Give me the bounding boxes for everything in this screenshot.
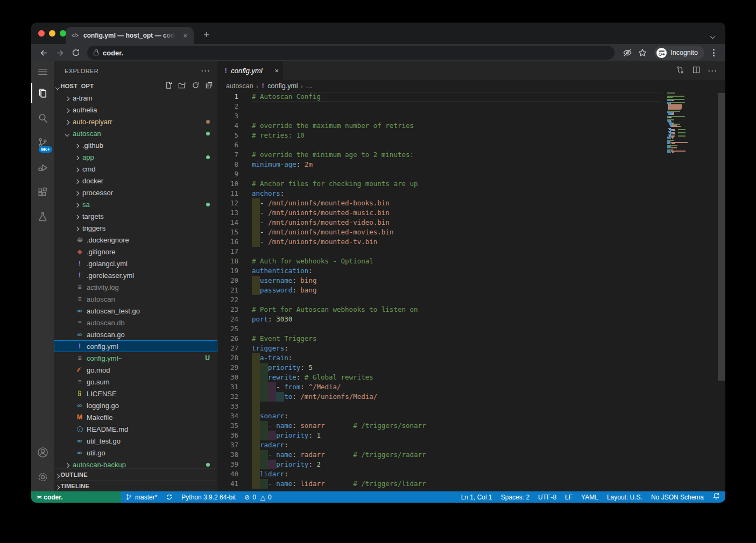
- editor-tab-config-yml[interactable]: ! config.yml ×: [217, 61, 283, 80]
- tree-item-processor[interactable]: processor: [54, 187, 217, 198]
- tree-item-util-go[interactable]: ∞util.go: [54, 447, 217, 459]
- python-interpreter-status[interactable]: Python 3.9.2 64-bit: [177, 494, 240, 501]
- lock-icon[interactable]: [94, 52, 98, 55]
- code-line-5[interactable]: 5# retries: 10: [217, 131, 725, 140]
- tree-item-license[interactable]: LICENSE: [54, 388, 217, 399]
- breadcrumb-folder[interactable]: autoscan: [226, 82, 253, 90]
- source-control-activity-icon[interactable]: 9K+: [31, 130, 54, 155]
- code-line-6[interactable]: 6: [217, 140, 725, 150]
- git-branch-status[interactable]: master*: [121, 494, 161, 501]
- tree-item-makefile[interactable]: MMakefile: [54, 411, 217, 423]
- tree-item--golangci-yml[interactable]: !.golangci.yml: [54, 258, 217, 269]
- notifications-bell-icon[interactable]: [708, 492, 725, 502]
- section-host-opt[interactable]: HOST_OPT: [54, 80, 217, 92]
- status-language-mode[interactable]: YAML: [577, 494, 603, 501]
- scrollbar-thumb[interactable]: [718, 93, 725, 381]
- extensions-activity-icon[interactable]: [31, 180, 54, 204]
- code-line-38[interactable]: 38 - name: radarr # /triggers/radarr: [217, 450, 725, 460]
- tree-item-autoscan-test-go[interactable]: ∞autoscan_test.go: [54, 305, 217, 317]
- status-encoding[interactable]: UTF-8: [534, 494, 561, 501]
- code-line-8[interactable]: 8minimum-age: 2m: [217, 160, 725, 169]
- tree-item-go-mod[interactable]: go.mod: [54, 364, 217, 376]
- tree-item-authelia[interactable]: authelia: [54, 104, 217, 116]
- tree-item--goreleaser-yml[interactable]: !.goreleaser.yml: [54, 269, 217, 281]
- breadcrumb-symbol[interactable]: …: [306, 82, 313, 90]
- account-icon[interactable]: [31, 440, 54, 465]
- code-line-37[interactable]: 37 radarr:: [217, 440, 725, 450]
- code-line-3[interactable]: 3: [217, 111, 725, 121]
- section-timeline[interactable]: TIMELINE: [54, 480, 217, 491]
- tree-item--github[interactable]: .github: [54, 139, 217, 151]
- explorer-activity-icon[interactable]: [31, 81, 54, 105]
- minimize-window-button[interactable]: [49, 30, 55, 37]
- menu-hamburger-icon[interactable]: [31, 62, 54, 81]
- status-keyboard-layout[interactable]: Layout: U.S.: [603, 494, 647, 501]
- editor-more-actions-icon[interactable]: ···: [708, 67, 718, 75]
- tree-item-docker[interactable]: docker: [54, 175, 217, 187]
- back-button[interactable]: [37, 46, 51, 60]
- code-line-30[interactable]: 30 rewrite: # Global rewrites: [217, 373, 725, 382]
- tree-item-readme-md[interactable]: iREADME.md: [54, 423, 217, 435]
- new-file-icon[interactable]: [165, 81, 173, 91]
- code-line-34[interactable]: 34 sonarr:: [217, 411, 725, 421]
- code-line-27[interactable]: 27triggers:: [217, 344, 725, 353]
- code-line-24[interactable]: 24port: 3030: [217, 315, 725, 324]
- code-line-15[interactable]: 15 - /mnt/unionfs/mounted-movies.bin: [217, 227, 725, 237]
- tree-item--dockerignore[interactable]: .dockerignore: [54, 234, 217, 246]
- code-line-12[interactable]: 12 - /mnt/unionfs/mounted-books.bin: [217, 198, 725, 208]
- tree-item-autoscan-db[interactable]: ≡autoscan.db: [54, 317, 217, 328]
- code-line-39[interactable]: 39 priority: 2: [217, 460, 725, 469]
- new-folder-icon[interactable]: [178, 81, 186, 91]
- code-line-31[interactable]: 31 - from: ^/Media/: [217, 382, 725, 392]
- tree-item-config-yml[interactable]: !config.yml: [54, 340, 217, 352]
- tree-item-logging-go[interactable]: ∞logging.go: [54, 399, 217, 411]
- tree-item-util-test-go[interactable]: ∞util_test.go: [54, 435, 217, 447]
- code-line-26[interactable]: 26# Event Triggers: [217, 334, 725, 344]
- code-line-20[interactable]: 20 username: bing: [217, 276, 725, 285]
- code-line-33[interactable]: 33: [217, 402, 725, 411]
- editor-scrollbar[interactable]: [718, 92, 725, 491]
- tree-item-triggers[interactable]: triggers: [54, 222, 217, 234]
- address-bar[interactable]: coder.: [87, 46, 614, 60]
- code-line-13[interactable]: 13 - /mnt/unionfs/mounted-music.bin: [217, 208, 725, 218]
- code-line-9[interactable]: 9: [217, 169, 725, 179]
- code-line-40[interactable]: 40 lidarr:: [217, 469, 725, 479]
- tree-item-config-yml-[interactable]: ≡config.yml~U: [54, 352, 217, 364]
- code-line-18[interactable]: 18# Auth for webhooks - Optional: [217, 256, 725, 266]
- sync-changes-button[interactable]: [161, 494, 177, 501]
- browser-menu-button[interactable]: [710, 47, 720, 59]
- tab-close-icon[interactable]: ×: [181, 31, 189, 40]
- tree-item-autoscan-backup[interactable]: autoscan-backup: [54, 459, 217, 468]
- tree-item-a-train[interactable]: a-train: [54, 92, 217, 104]
- code-line-25[interactable]: 25: [217, 324, 725, 334]
- settings-gear-icon[interactable]: [31, 465, 54, 489]
- code-line-22[interactable]: 22: [217, 295, 725, 305]
- tree-item-autoscan[interactable]: autoscan: [54, 127, 217, 139]
- code-line-29[interactable]: 29 priority: 5: [217, 363, 725, 373]
- code-line-36[interactable]: 36 priority: 1: [217, 431, 725, 440]
- code-line-1[interactable]: 1# Autoscan Config: [217, 92, 725, 102]
- status-json-schema[interactable]: No JSON Schema: [647, 494, 708, 501]
- tree-item-autoscan[interactable]: ≡autoscan: [54, 293, 217, 305]
- tree-item-autoscan-go[interactable]: ∞autoscan.go: [54, 328, 217, 340]
- tree-item-targets[interactable]: targets: [54, 210, 217, 222]
- bookmark-star-icon[interactable]: [636, 48, 649, 58]
- tree-item-cmd[interactable]: cmd: [54, 163, 217, 175]
- code-line-35[interactable]: 35 - name: sonarr # /triggers/sonarr: [217, 421, 725, 431]
- run-debug-activity-icon[interactable]: [31, 155, 54, 180]
- password-eye-off-icon[interactable]: [621, 48, 634, 58]
- code-line-10[interactable]: 10# Anchor files for checking mounts are…: [217, 179, 725, 189]
- code-line-4[interactable]: 4# override the maximum number of retrie…: [217, 121, 725, 131]
- refresh-icon[interactable]: [192, 81, 200, 91]
- maximize-window-button[interactable]: [60, 30, 66, 37]
- code-line-16[interactable]: 16 - /mnt/unionfs/mounted-tv.bin: [217, 237, 725, 247]
- code-line-14[interactable]: 14 - /mnt/unionfs/mounted-video.bin: [217, 218, 725, 227]
- tree-item-app[interactable]: app: [54, 151, 217, 163]
- tab-search-chevron-icon[interactable]: [711, 31, 716, 35]
- code-line-7[interactable]: 7# override the minimum age to 2 minutes…: [217, 150, 725, 160]
- reload-button[interactable]: [69, 46, 83, 60]
- code-line-41[interactable]: 41 - name: lidarr # /triggers/lidarr: [217, 479, 725, 489]
- code-line-28[interactable]: 28 a-train:: [217, 353, 725, 363]
- code-line-23[interactable]: 23# Port for Autoscan webhooks to listen…: [217, 305, 725, 315]
- code-line-17[interactable]: 17: [217, 247, 725, 256]
